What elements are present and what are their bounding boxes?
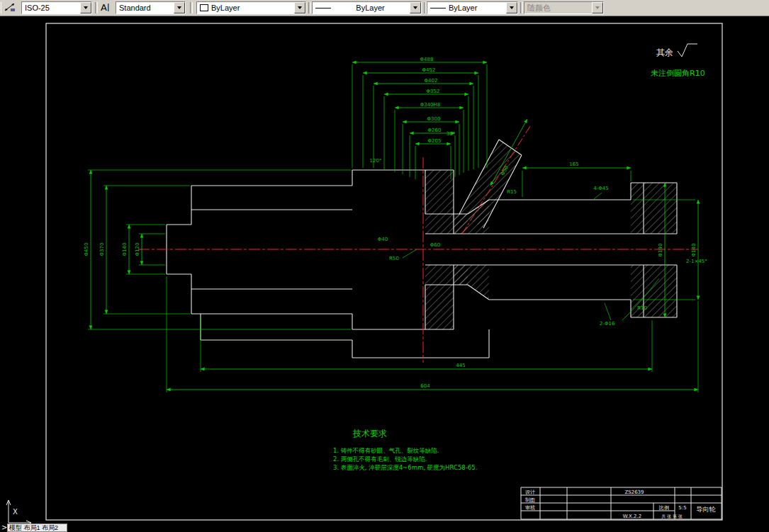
lineweight-value: ByLayer [446, 4, 506, 12]
title-block: 设计 制图 审核 ZS2639 比例 5:5 导向轮 W.X.2.2 共 张 第… [521, 487, 722, 519]
drawing-canvas[interactable]: Φ488 Φ452 Φ402 Φ352 Φ340H8 Φ300 Φ260 Φ20… [0, 0, 769, 532]
tb-part-name: 导向轮 [697, 506, 716, 513]
dim-label: 120° [370, 158, 382, 164]
plot-style-combo: 随颜色 [524, 1, 604, 14]
dim-label: Φ120 [135, 243, 140, 256]
lineweight-combo[interactable]: ByLayer [427, 1, 518, 14]
properties-toolbar: ISO-25 A Standard ByLayer ByLayer ByLaye… [0, 0, 769, 16]
tb-scale-label: 比例 [659, 505, 669, 511]
dim-label: Φ352 [427, 89, 440, 94]
dim-style-combo[interactable]: ISO-25 [21, 1, 92, 14]
dim-label: Φ140 [691, 244, 697, 257]
tb-design-label: 设计 [525, 489, 535, 495]
dim-label: 30° [447, 131, 455, 137]
toolbar-separator [95, 2, 98, 13]
dim-label: 4-Φ45 [593, 186, 608, 191]
layout-tabs[interactable]: 模型 布局1 布局2 [7, 523, 67, 532]
toolbar-separator [308, 2, 311, 13]
dim-label: Φ40 [378, 237, 388, 242]
tech-line: 3. 表面淬火, 淬硬层深度4~6mm, 硬度为HRC58-65. [333, 464, 477, 471]
dim-label: 2-1×45° [686, 259, 707, 264]
rest-note: 其余 [656, 47, 673, 57]
ucs-icon: X [6, 500, 31, 525]
text-style-combo[interactable]: Standard [116, 1, 186, 14]
dim-label: R50 [389, 256, 399, 261]
tech-title: 技术要求 [352, 429, 387, 438]
dim-label: Φ402 [425, 78, 438, 84]
color-value: ByLayer [208, 4, 294, 12]
tech-line: 1. 铸件不得有砂眼、气孔、裂纹等缺陷. [333, 447, 439, 454]
dim-label: Φ452 [422, 67, 436, 73]
dim-label: Φ260 [428, 128, 442, 133]
fillet-note: 未注倒圆角R10 [651, 69, 705, 78]
ucs-x-label: X [13, 508, 18, 516]
dim-label: R15 [507, 189, 517, 195]
dim-label: Φ300 [427, 116, 441, 122]
dim-label: Φ205 [428, 138, 442, 144]
tb-sheet-info: 共 张 第 张 [661, 514, 683, 519]
dim-label: R10 [637, 305, 647, 311]
centerlines [138, 126, 698, 363]
surface-roughness-icon [678, 44, 697, 57]
lineweight-sample [430, 8, 446, 9]
color-combo[interactable]: ByLayer [196, 1, 306, 14]
plot-style-dropdown-arrow [592, 2, 603, 13]
linetype-value: ByLayer [331, 4, 410, 12]
tb-check-label: 审核 [525, 505, 535, 511]
tb-part-code: ZS2639 [624, 489, 644, 495]
tb-drawing-number: W.X.2.2 [623, 514, 642, 519]
dimension-lines [91, 62, 698, 390]
color-dropdown-arrow[interactable] [294, 2, 305, 13]
lineweight-dropdown-arrow[interactable] [506, 2, 517, 13]
dim-style-icon[interactable] [4, 1, 21, 15]
dim-style-value: ISO-25 [22, 4, 80, 12]
linetype-dropdown-arrow[interactable] [410, 2, 421, 13]
dim-label: Φ370 [99, 243, 105, 256]
svg-text:A: A [101, 2, 107, 13]
dim-label: 165 [569, 162, 578, 167]
tech-line: 2. 两侧孔不得有毛刺、锐边等缺陷. [333, 455, 427, 463]
dim-label: Φ340H8 [420, 102, 441, 108]
dim-label: Φ60 [430, 242, 440, 248]
dim-label: Φ488 [420, 57, 434, 62]
dim-label: Φ140 [122, 243, 128, 256]
text-style-icon[interactable]: A [99, 1, 116, 15]
linetype-sample [315, 8, 331, 9]
tb-scale-value: 5:5 [678, 505, 686, 511]
dim-label: 2-Φ16 [600, 321, 615, 327]
dim-style-dropdown-arrow[interactable] [80, 2, 91, 13]
dim-label: Φ450 [84, 243, 89, 256]
tb-draft-label: 制图 [524, 497, 535, 503]
plot-style-value: 随颜色 [524, 3, 592, 13]
corner-notes: 其余 未注倒圆角R10 [651, 44, 705, 78]
layout-tabs-text[interactable]: 模型 布局1 布局2 [9, 524, 58, 531]
text-style-dropdown-arrow[interactable] [174, 2, 185, 13]
text-style-value: Standard [116, 4, 174, 12]
toolbar-separator [520, 2, 523, 13]
tech-requirements: 技术要求 1. 铸件不得有砂眼、气孔、裂纹等缺陷. 2. 两侧孔不得有毛刺、锐边… [333, 429, 477, 471]
dimension-texts: Φ488 Φ452 Φ402 Φ352 Φ340H8 Φ300 Φ260 Φ20… [84, 57, 707, 389]
linetype-combo[interactable]: ByLayer [312, 1, 422, 14]
dim-label: Φ190 [658, 244, 663, 257]
dimension-extension-lines [88, 64, 698, 392]
color-swatch [200, 4, 208, 11]
toolbar-separator [190, 2, 193, 13]
dim-label: 445 [456, 363, 465, 368]
dim-label: 604 [420, 383, 430, 389]
